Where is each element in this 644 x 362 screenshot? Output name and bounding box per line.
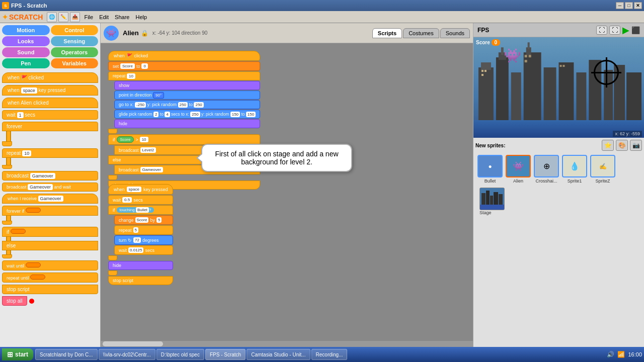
svg-rect-22 — [559, 65, 561, 67]
tab-costumes[interactable]: Costumes — [403, 28, 439, 38]
close-button[interactable]: ✕ — [634, 2, 642, 9]
share-icon[interactable]: 📤 — [70, 12, 80, 22]
block-broadcast-gameover[interactable]: broadcast Gameover — [2, 171, 98, 180]
block-stop-all[interactable]: stop all — [2, 296, 27, 306]
category-variables[interactable]: Variables — [51, 58, 99, 68]
block-repeat-until[interactable]: repeat until — [2, 273, 98, 283]
category-pen[interactable]: Pen — [2, 58, 50, 68]
block-change-score[interactable]: change Score by 5 — [114, 215, 173, 225]
block-wait-until[interactable]: wait until — [2, 260, 98, 270]
category-looks[interactable]: Looks — [2, 36, 50, 46]
blocks-area: when 🚩 clicked when space key pressed wh… — [0, 70, 100, 347]
category-sensing[interactable]: Sensing — [51, 36, 99, 46]
taskbar-item-label: Camtasia Studio - Unit... — [251, 352, 305, 357]
block-when-flag-clicked[interactable]: when 🚩 clicked — [2, 72, 98, 83]
block-if-score[interactable]: if Score > 10 — [108, 134, 260, 145]
edit-icon[interactable]: ✏️ — [58, 12, 68, 22]
block-go-to[interactable]: go to x: -250 y: pick random 250 to 250 — [114, 100, 260, 109]
play-button[interactable]: ▶ — [622, 25, 629, 36]
title-bar: S FPS - Scratch ─ □ ✕ — [0, 0, 644, 11]
block-when-receive-gameover[interactable]: when I receive Gameover — [2, 194, 98, 204]
sprite-thumb-spritez[interactable]: ✍ SpriteZ — [590, 155, 615, 184]
taskbar-item-vla[interactable]: \\vla-srv-dc02\Centr... — [99, 349, 155, 360]
sprites-header: New sprites: ⭐ 🎨 📷 — [475, 140, 642, 151]
taskbar-item-camtasia[interactable]: Camtasia Studio - Unit... — [247, 349, 310, 360]
block-repeat-5[interactable]: repeat 5 — [114, 225, 173, 235]
block-glide[interactable]: glide pick random 2 to 4 secs to x: 250 … — [114, 110, 260, 119]
score-display: Score 0 — [476, 40, 500, 45]
block-wait-small[interactable]: wait 0.0125 secs — [114, 245, 173, 255]
sprite-thumb-alien[interactable]: 👾 Alien — [506, 155, 531, 184]
taskbar-item-recording[interactable]: Recording... — [311, 349, 348, 360]
taskbar-item-scratchland[interactable]: Scratchland by Don C... — [35, 349, 98, 360]
block-turn-degrees[interactable]: turn ↻ 72 degrees — [114, 235, 173, 245]
block-repeat-end — [108, 129, 117, 134]
block-repeat-10[interactable]: repeat 10 — [108, 71, 260, 80]
sprite-img-sprite1: 💧 — [562, 155, 587, 177]
block-if[interactable]: if — [2, 227, 98, 237]
add-sprite-paint-btn[interactable]: 🎨 — [616, 140, 628, 151]
crosshair-sprite — [594, 60, 619, 85]
block-when-sprite-clicked[interactable]: when Alien clicked — [2, 98, 98, 108]
block-show[interactable]: show — [114, 81, 260, 90]
category-motion[interactable]: Motion — [2, 25, 50, 35]
sprite-label-alien: Alien — [513, 178, 523, 184]
category-sound[interactable]: Sound — [2, 47, 50, 57]
block-if-touching[interactable]: if touching Bullet? — [108, 205, 173, 215]
svg-rect-2 — [496, 57, 509, 123]
block-when-space-pressed[interactable]: when space key pressed — [108, 184, 173, 195]
block-when-key-pressed[interactable]: when space key pressed — [2, 85, 98, 96]
stage-thumbnail[interactable] — [479, 188, 505, 210]
sprite-add-buttons: ⭐ 🎨 📷 — [602, 140, 642, 151]
menu-edit[interactable]: Edit — [99, 14, 109, 20]
sprite-img-crosshair: ⊕ — [534, 155, 559, 177]
taskbar-item-diptec[interactable]: D:\bptec old spec — [156, 349, 204, 360]
sprites-panel: New sprites: ⭐ 🎨 📷 ● Bullet — [473, 138, 644, 347]
taskbar-item-fps-scratch[interactable]: FPS - Scratch — [205, 349, 246, 360]
minimize-button[interactable]: ─ — [616, 2, 624, 9]
taskbar-items: Scratchland by Don C... \\vla-srv-dc02\C… — [35, 349, 605, 360]
block-stop-script-2[interactable]: stop script — [108, 276, 173, 285]
block-hide[interactable]: hide — [114, 119, 260, 128]
block-else[interactable]: else — [2, 241, 98, 250]
menu-share[interactable]: Share — [115, 14, 129, 20]
title-bar-text: FPS - Scratch — [11, 3, 47, 9]
start-button[interactable]: ⊞ start — [2, 348, 33, 360]
scrollbar-thumb[interactable] — [103, 341, 163, 346]
add-sprite-camera-btn[interactable]: 📷 — [630, 140, 642, 151]
block-broadcast-gameover-wait[interactable]: broadcast Gameover and wait — [2, 183, 98, 192]
fit-view-btn[interactable]: ⛶ — [596, 26, 607, 35]
block-forever-end[interactable] — [2, 141, 12, 146]
sprite-thumb-sprite1[interactable]: 💧 Sprite1 — [562, 155, 587, 184]
block-wait-secs[interactable]: wait 0.5 secs — [108, 195, 173, 205]
stop-button[interactable]: ⬛ — [631, 26, 640, 34]
block-forever[interactable]: forever — [2, 122, 98, 131]
block-set-score[interactable]: set Score to 0 — [108, 61, 260, 71]
block-when-flag-hat[interactable]: when 🚩 clicked — [108, 51, 260, 61]
sprite-thumb-crosshair[interactable]: ⊕ Crosshai... — [534, 155, 559, 184]
scripts-scrollbar[interactable] — [101, 341, 473, 347]
block-repeat[interactable]: repeat 10 — [2, 148, 98, 158]
sprite-name: Alien — [123, 29, 139, 37]
add-sprite-star-btn[interactable]: ⭐ — [602, 140, 614, 151]
maximize-button[interactable]: □ — [625, 2, 633, 9]
sprite-thumb-bullet[interactable]: ● Bullet — [477, 155, 503, 184]
scripts-area[interactable]: when 🚩 clicked set Score to 0 repeat 10 … — [101, 43, 473, 341]
sprite-img-bullet: ● — [477, 155, 503, 177]
globe-icon[interactable]: 🌐 — [47, 12, 57, 22]
block-stop-script[interactable]: stop script — [2, 285, 98, 294]
tab-sounds[interactable]: Sounds — [440, 28, 470, 38]
menu-file[interactable]: File — [84, 14, 93, 20]
block-hide2[interactable]: hide — [108, 261, 173, 270]
menu-bar: ✦ SCRATCH 🌐 ✏️ 📤 File Edit Share Help — [0, 11, 644, 23]
category-operators[interactable]: Operators — [51, 47, 99, 57]
fullscreen-btn[interactable]: ⛶ — [609, 26, 620, 35]
stage-label: Stage — [479, 210, 492, 215]
tab-scripts[interactable]: Scripts — [372, 28, 402, 38]
taskbar-time: 16:00 — [628, 351, 642, 357]
block-wait[interactable]: wait 1 secs — [2, 110, 98, 120]
block-forever-if[interactable]: forever if — [2, 206, 98, 216]
menu-help[interactable]: Help — [135, 14, 147, 20]
category-control[interactable]: Control — [51, 25, 99, 35]
block-point-direction[interactable]: point in direction 90° — [114, 90, 260, 100]
